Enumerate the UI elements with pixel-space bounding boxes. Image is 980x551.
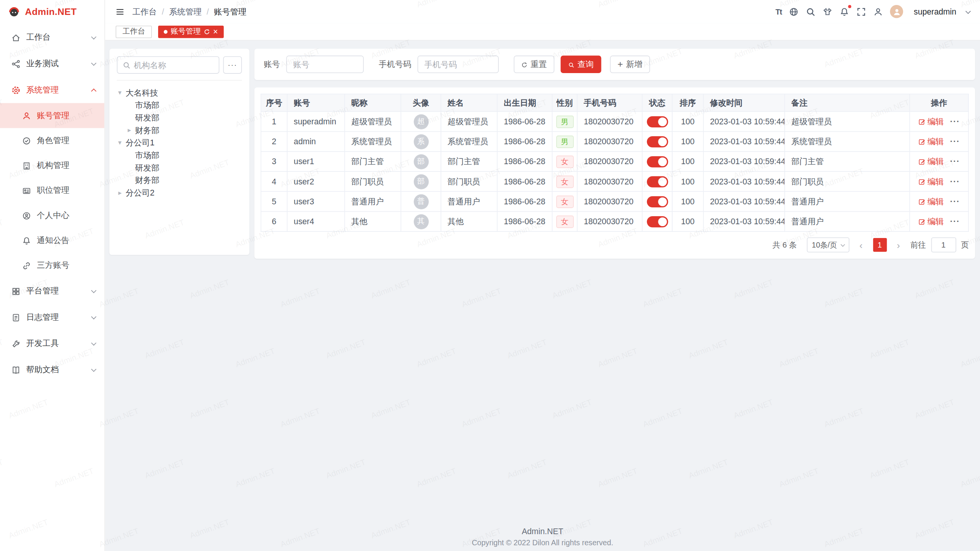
- sidebar-subitem-label: 三方账号: [37, 260, 104, 271]
- add-button[interactable]: + 新增: [610, 55, 650, 73]
- tree-node[interactable]: ▶分公司1: [117, 137, 242, 150]
- tree-node[interactable]: ▶大名科技: [117, 87, 242, 99]
- sidebar-subitem-notice-management[interactable]: 通知公告: [0, 228, 105, 253]
- phone-input[interactable]: [425, 60, 492, 69]
- cell-index: 4: [261, 171, 287, 191]
- page-size-select[interactable]: 10条/页: [807, 237, 849, 252]
- table-row: 4user2部门职员部部门职员1986-06-28女18020030720100…: [261, 171, 969, 191]
- tab-account-management[interactable]: 账号管理 ×: [158, 25, 224, 38]
- profile-icon: [22, 211, 31, 220]
- fullscreen-icon[interactable]: [856, 7, 866, 16]
- account-input[interactable]: [293, 60, 357, 69]
- tab-workbench[interactable]: 工作台: [116, 25, 152, 38]
- status-toggle[interactable]: [647, 116, 668, 127]
- status-toggle[interactable]: [647, 176, 668, 187]
- theme-icon[interactable]: [823, 7, 833, 16]
- next-page-button[interactable]: ›: [892, 238, 905, 252]
- add-label: 新增: [626, 59, 642, 70]
- search-button[interactable]: 查询: [560, 55, 601, 73]
- cell-remark: 超级管理员: [785, 111, 910, 131]
- org-search-input[interactable]: [134, 60, 214, 70]
- row-more-button[interactable]: ···: [950, 157, 960, 166]
- edit-button[interactable]: 编辑: [918, 136, 944, 147]
- language-icon[interactable]: [789, 7, 799, 16]
- reset-button[interactable]: 重置: [514, 55, 554, 73]
- sidebar-subitem-third-party-account[interactable]: 三方账号: [0, 253, 105, 278]
- tree-node[interactable]: ▶分公司2: [117, 187, 242, 199]
- tree-node[interactable]: 市场部: [117, 99, 242, 112]
- cell-ops: 编辑···: [910, 152, 968, 171]
- reset-label: 重置: [531, 59, 547, 70]
- row-more-button[interactable]: ···: [950, 177, 960, 186]
- main-area: 工作台 / 系统管理 / 账号管理 Tt superadmin 工作台: [105, 0, 980, 551]
- status-toggle[interactable]: [647, 156, 668, 167]
- sidebar-subitem-account-management[interactable]: 账号管理: [0, 103, 105, 128]
- sidebar-subitem-org-management[interactable]: 机构管理: [0, 153, 105, 178]
- sidebar-item-system-management[interactable]: 系统管理: [0, 77, 105, 103]
- sidebar-subitem-position-management[interactable]: 职位管理: [0, 178, 105, 203]
- prev-page-button[interactable]: ‹: [854, 238, 868, 252]
- chevron-down-icon[interactable]: [965, 8, 971, 14]
- tree-caret-icon[interactable]: ▶: [117, 191, 123, 196]
- tree-node[interactable]: 市场部: [117, 149, 242, 162]
- goto-label: 前往: [910, 240, 926, 250]
- current-page-button[interactable]: 1: [873, 238, 887, 252]
- close-icon[interactable]: ×: [213, 28, 218, 36]
- org-search-field[interactable]: [117, 56, 219, 74]
- sidebar-subitem-label: 通知公告: [37, 235, 104, 246]
- sidebar-item-dev-tools[interactable]: 开发工具: [0, 331, 105, 357]
- search-icon[interactable]: [806, 7, 816, 16]
- breadcrumb-workbench[interactable]: 工作台: [132, 6, 157, 17]
- sidebar-item-label: 日志管理: [26, 312, 92, 323]
- font-size-icon[interactable]: Tt: [776, 7, 782, 16]
- cell-sort: 100: [672, 191, 704, 211]
- cell-gender: 男: [552, 111, 577, 131]
- sidebar-item-help-docs[interactable]: 帮助文档: [0, 357, 105, 383]
- edit-button[interactable]: 编辑: [918, 176, 944, 187]
- notification-icon[interactable]: [840, 7, 849, 16]
- goto-page-input[interactable]: [931, 237, 956, 252]
- sidebar-subitem-role-management[interactable]: 角色管理: [0, 128, 105, 153]
- tree-caret-icon[interactable]: ▶: [118, 90, 122, 96]
- edit-button[interactable]: 编辑: [918, 116, 944, 127]
- tree-caret-icon[interactable]: ▶: [126, 128, 132, 133]
- account-field[interactable]: [286, 55, 364, 73]
- sidebar-item-platform-management[interactable]: 平台管理: [0, 278, 105, 305]
- cell-phone: 18020030720: [577, 152, 642, 171]
- sidebar-item-workbench[interactable]: 工作台: [0, 24, 105, 51]
- total-count: 共 6 条: [773, 240, 797, 250]
- tree-node[interactable]: 研发部: [117, 112, 242, 124]
- edit-button[interactable]: 编辑: [918, 196, 944, 207]
- edit-button[interactable]: 编辑: [918, 156, 944, 167]
- chevron-down-icon: [840, 242, 845, 247]
- sidebar-item-business-test[interactable]: 业务测试: [0, 51, 105, 77]
- user-setting-icon[interactable]: [873, 7, 883, 16]
- edit-button[interactable]: 编辑: [918, 216, 944, 227]
- row-actions: 编辑···: [918, 136, 960, 147]
- phone-field[interactable]: [418, 55, 499, 73]
- user-avatar[interactable]: [890, 5, 903, 18]
- row-more-button[interactable]: ···: [950, 197, 960, 206]
- username[interactable]: superadmin: [914, 7, 956, 16]
- sidebar-item-log-management[interactable]: 日志管理: [0, 304, 105, 331]
- cell-status: [642, 111, 672, 131]
- sidebar-subitem-personal-center[interactable]: 个人中心: [0, 203, 105, 228]
- menu-collapse-icon[interactable]: [115, 7, 125, 16]
- sidebar: Admin.NET 工作台业务测试系统管理账号管理角色管理机构管理职位管理个人中…: [0, 0, 105, 551]
- gender-badge: 女: [556, 215, 573, 228]
- row-more-button[interactable]: ···: [950, 117, 960, 126]
- tree-node[interactable]: 财务部: [117, 174, 242, 187]
- row-more-button[interactable]: ···: [950, 217, 960, 226]
- row-more-button[interactable]: ···: [950, 137, 960, 146]
- refresh-icon[interactable]: [204, 28, 210, 34]
- cell-gender: 女: [552, 171, 577, 191]
- cell-account: user3: [287, 191, 345, 211]
- tree-node[interactable]: ▶财务部: [117, 124, 242, 137]
- org-more-button[interactable]: ···: [223, 56, 242, 74]
- breadcrumb-system-management[interactable]: 系统管理: [169, 6, 202, 17]
- tree-node[interactable]: 研发部: [117, 162, 242, 174]
- status-toggle[interactable]: [647, 216, 668, 227]
- tree-caret-icon[interactable]: ▶: [118, 140, 122, 146]
- status-toggle[interactable]: [647, 136, 668, 147]
- status-toggle[interactable]: [647, 196, 668, 207]
